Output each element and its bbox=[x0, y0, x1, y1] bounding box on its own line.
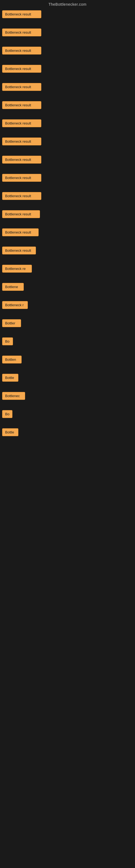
site-title: TheBottlenecker.com bbox=[0, 0, 135, 8]
bottleneck-result-badge[interactable]: Bottleneck result bbox=[2, 247, 36, 254]
card-row-18: Bottler bbox=[0, 312, 135, 330]
bottleneck-result-badge[interactable]: Bottle bbox=[2, 374, 18, 382]
card-row-6: Bottleneck result bbox=[0, 94, 135, 112]
bottleneck-result-badge[interactable]: Bottleneck result bbox=[2, 65, 41, 73]
card-row-1: Bottleneck result bbox=[0, 8, 135, 21]
bottleneck-result-badge[interactable]: Bottleneck result bbox=[2, 46, 41, 55]
card-row-9: Bottleneck result bbox=[0, 149, 135, 166]
bottleneck-result-badge[interactable]: Bottle bbox=[2, 428, 18, 436]
bottleneck-result-badge[interactable]: Bottleneck result bbox=[2, 210, 40, 218]
card-row-10: Bottleneck result bbox=[0, 167, 135, 184]
bottleneck-result-badge[interactable]: Bottler bbox=[2, 319, 21, 327]
card-row-20: Bottlen bbox=[0, 348, 135, 366]
bottleneck-result-badge[interactable]: Bottleneck result bbox=[2, 29, 41, 36]
bottleneck-result-badge[interactable]: Bo bbox=[2, 410, 12, 418]
bottleneck-result-badge[interactable]: Bottleneck result bbox=[2, 83, 41, 91]
card-row-15: Bottleneck re bbox=[0, 258, 135, 275]
card-row-19: Bo bbox=[0, 330, 135, 348]
card-row-5: Bottleneck result bbox=[0, 76, 135, 94]
bottleneck-result-badge[interactable]: Bottlenec bbox=[2, 392, 25, 400]
card-row-14: Bottleneck result bbox=[0, 240, 135, 257]
card-row-12: Bottleneck result bbox=[0, 203, 135, 221]
card-row-22: Bottlenec bbox=[0, 385, 135, 403]
card-row-2: Bottleneck result bbox=[0, 22, 135, 39]
card-row-24: Bottle bbox=[0, 421, 135, 439]
bottleneck-result-badge[interactable]: Bottleneck result bbox=[2, 192, 41, 200]
bottleneck-result-badge[interactable]: Bottlene bbox=[2, 283, 24, 291]
bottleneck-result-badge[interactable]: Bottleneck re bbox=[2, 265, 32, 273]
card-row-8: Bottleneck result bbox=[0, 130, 135, 148]
card-row-21: Bottle bbox=[0, 367, 135, 384]
bottleneck-result-badge[interactable]: Bottleneck result bbox=[2, 156, 41, 163]
bottleneck-result-badge[interactable]: Bottleneck result bbox=[2, 119, 41, 127]
bottleneck-result-badge[interactable]: Bottleneck result bbox=[2, 174, 41, 182]
card-row-7: Bottleneck result bbox=[0, 112, 135, 130]
bottleneck-result-badge[interactable]: Bo bbox=[2, 337, 13, 345]
bottleneck-result-badge[interactable]: Bottlen bbox=[2, 355, 21, 364]
card-row-16: Bottlene bbox=[0, 276, 135, 293]
card-row-23: Bo bbox=[0, 403, 135, 421]
card-row-11: Bottleneck result bbox=[0, 185, 135, 203]
bottleneck-result-badge[interactable]: Bottleneck result bbox=[2, 101, 41, 109]
card-row-17: Bottleneck r bbox=[0, 294, 135, 312]
bottleneck-result-badge[interactable]: Bottleneck r bbox=[2, 301, 28, 309]
card-row-4: Bottleneck result bbox=[0, 58, 135, 75]
bottleneck-result-badge[interactable]: Bottleneck result bbox=[2, 137, 41, 145]
card-row-3: Bottleneck result bbox=[0, 40, 135, 57]
card-row-13: Bottleneck result bbox=[0, 221, 135, 239]
bottleneck-result-badge[interactable]: Bottleneck result bbox=[2, 228, 39, 236]
bottleneck-result-badge[interactable]: Bottleneck result bbox=[2, 10, 41, 18]
